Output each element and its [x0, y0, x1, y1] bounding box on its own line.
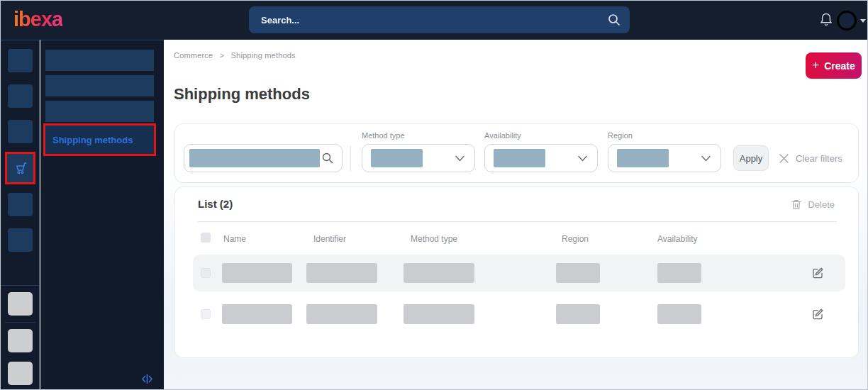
sidebar-divider-2: [5, 322, 35, 323]
menu-item-label: Shipping methods: [45, 135, 133, 145]
breadcrumb: Commerce > Shipping methods: [174, 51, 296, 60]
create-button-label: Create: [824, 60, 855, 72]
table-row[interactable]: [193, 296, 845, 333]
sidebar-item-commerce-highlighted[interactable]: [5, 152, 35, 184]
column-header-name[interactable]: Name: [223, 234, 246, 244]
search-icon[interactable]: [607, 13, 621, 27]
sidebar-item-5[interactable]: [8, 193, 33, 216]
availability-select[interactable]: [484, 144, 598, 172]
sidebar-divider: [1, 285, 40, 286]
redacted-region-cell: [556, 263, 600, 283]
redacted-search-value: [189, 149, 320, 167]
redacted-region-cell: [556, 304, 600, 324]
chevron-down-icon: [455, 154, 465, 163]
menu-item-2[interactable]: [45, 75, 154, 96]
sidebar-bottom-item-1[interactable]: [8, 292, 33, 316]
redacted-select-value: [371, 149, 423, 167]
list-divider: [198, 221, 837, 222]
sidebar-item-6[interactable]: [8, 228, 33, 252]
select-all-checkbox[interactable]: [201, 233, 211, 243]
delete-button[interactable]: Delete: [791, 199, 835, 211]
clear-filters-label: Clear filters: [796, 153, 842, 164]
redacted-availability-cell: [657, 304, 701, 324]
redacted-select-value: [617, 149, 669, 167]
filter-search-input[interactable]: [184, 144, 343, 172]
breadcrumb-commerce[interactable]: Commerce: [174, 51, 213, 60]
redacted-name-cell: [222, 304, 292, 324]
filter-divider: [350, 145, 351, 171]
icon-sidebar: [1, 40, 40, 390]
apply-button[interactable]: Apply: [733, 145, 769, 171]
trash-icon: [791, 199, 802, 211]
sidebar-bottom-item-2[interactable]: [8, 329, 33, 352]
menu-item-1[interactable]: [45, 50, 154, 71]
filters-bar: Method type Availability Region: [174, 123, 859, 183]
bell-icon[interactable]: [819, 12, 833, 28]
topbar: ibexa: [1, 1, 868, 40]
redacted-identifier-cell: [306, 304, 377, 324]
commerce-menu-panel: Shipping methods: [40, 40, 164, 390]
caret-down-icon[interactable]: [859, 17, 867, 24]
delete-button-label: Delete: [808, 199, 835, 210]
clear-filters-button[interactable]: Clear filters: [779, 145, 842, 171]
sidebar-bottom-item-3[interactable]: [8, 362, 33, 385]
menu-item-3[interactable]: [45, 101, 154, 122]
availability-label: Availability: [484, 131, 521, 140]
sidebar-item-2[interactable]: [8, 84, 33, 108]
redacted-method-type-cell: [404, 304, 474, 324]
edit-icon[interactable]: [811, 307, 825, 321]
redacted-availability-cell: [657, 263, 701, 283]
ibexa-logo[interactable]: ibexa: [13, 8, 62, 31]
row-checkbox[interactable]: [201, 309, 211, 319]
table-row[interactable]: [193, 255, 845, 291]
breadcrumb-separator: >: [220, 51, 225, 60]
column-header-method-type[interactable]: Method type: [411, 234, 457, 244]
main-content: Commerce > Shipping methods + Create Shi…: [164, 40, 868, 390]
redacted-name-cell: [222, 263, 292, 283]
method-type-label: Method type: [362, 131, 405, 140]
chevron-down-icon: [577, 154, 588, 163]
ibexa-admin-window: ibexa: [0, 0, 868, 390]
global-search-input[interactable]: [249, 6, 630, 33]
method-type-select[interactable]: [362, 144, 475, 172]
breadcrumb-shipping-methods[interactable]: Shipping methods: [231, 51, 296, 60]
row-checkbox[interactable]: [201, 268, 211, 278]
sidebar-item-3[interactable]: [8, 120, 33, 143]
create-button[interactable]: + Create: [806, 52, 862, 79]
menu-item-shipping-methods-highlighted[interactable]: Shipping methods: [43, 123, 156, 156]
region-label: Region: [608, 131, 633, 140]
redacted-identifier-cell: [306, 263, 377, 283]
shopping-cart-icon: [13, 160, 28, 176]
redacted-select-value: [494, 149, 545, 167]
sidebar-item-1[interactable]: [8, 49, 33, 72]
avatar[interactable]: [837, 11, 857, 30]
redacted-method-type-cell: [404, 263, 474, 283]
page-title: Shipping methods: [174, 85, 310, 104]
edit-icon[interactable]: [811, 266, 825, 279]
column-header-region[interactable]: Region: [562, 234, 589, 244]
collapse-panel-icon[interactable]: [141, 373, 153, 385]
plus-icon: +: [812, 58, 819, 72]
close-icon: [779, 153, 789, 164]
region-select[interactable]: [608, 144, 721, 172]
search-icon[interactable]: [321, 152, 334, 165]
shipping-methods-list: List (2) Delete Name Identifier Method t…: [174, 186, 859, 358]
column-header-availability[interactable]: Availability: [657, 234, 697, 244]
chevron-down-icon: [701, 154, 711, 163]
list-title: List (2): [198, 198, 233, 210]
column-header-identifier[interactable]: Identifier: [313, 234, 346, 244]
